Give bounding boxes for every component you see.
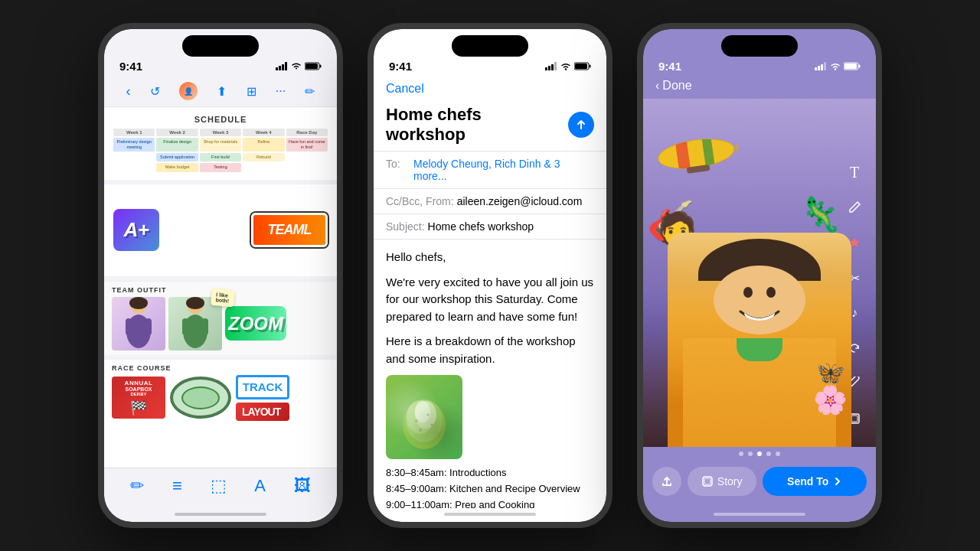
- svg-point-33: [431, 424, 433, 426]
- face: [714, 266, 805, 334]
- race-section: RACE COURSE ANNUAL SOAPBOX DERBY 🏁 TRACK…: [104, 360, 337, 425]
- svg-rect-9: [126, 318, 132, 335]
- mail-subject-row: Home chefs workshop: [374, 99, 606, 152]
- schedule-cell-11: [113, 163, 155, 171]
- dot-4[interactable]: [766, 452, 771, 456]
- schedule-cell-8: First build: [200, 153, 241, 161]
- schedule-cell-6: [113, 153, 155, 161]
- subject-label: Subject:: [386, 220, 425, 233]
- phone-3-screen: 9:41: [643, 29, 876, 522]
- battery-icon-1: [305, 62, 322, 70]
- done-button[interactable]: ‹ Done: [655, 79, 692, 93]
- schedule-cell-12: Make budget: [156, 163, 198, 171]
- notes-content: SCHEDULE Week 1 Week 2 Week 3 Week 4 Rac…: [104, 107, 337, 468]
- phone-3: 9:41: [637, 23, 882, 528]
- smile-icon: [721, 266, 798, 334]
- schedule-cell-9: Rebuild: [243, 153, 284, 161]
- schedule-cell-1: Preliminary design meeting: [113, 138, 155, 152]
- greeting: Hello chefs,: [386, 249, 594, 266]
- schedule-cell-5: Have fun and come in first!: [286, 138, 328, 152]
- svg-point-27: [403, 400, 446, 449]
- send-button[interactable]: [568, 112, 594, 138]
- wifi-icon-2: [560, 62, 571, 70]
- schedule-cell-2: Finalize design: [156, 138, 198, 152]
- tab-layers[interactable]: ⬚: [211, 476, 227, 496]
- battery-icon-2: [574, 62, 591, 70]
- back-icon[interactable]: ‹: [126, 83, 131, 99]
- schedule-title: SCHEDULE: [113, 115, 328, 124]
- tab-photo[interactable]: 🖼: [294, 476, 311, 496]
- wifi-icon-1: [291, 62, 302, 70]
- story-canvas: T ★ ✂ ♪: [643, 99, 876, 447]
- sticker-area: A+ TEAML: [104, 184, 337, 276]
- send-to-label: Send To: [787, 475, 828, 487]
- wifi-icon-3: [830, 62, 841, 70]
- share-story-button[interactable]: [652, 467, 681, 496]
- svg-rect-26: [575, 64, 587, 69]
- text-tool[interactable]: T: [842, 160, 867, 184]
- to-value[interactable]: Melody Cheung, Rich Dinh & 3 more...: [413, 158, 594, 182]
- time-2: 9:41: [389, 60, 412, 73]
- svg-rect-22: [554, 62, 557, 70]
- grid-icon[interactable]: ⊞: [247, 84, 256, 99]
- cc-value[interactable]: aileen.zeigen@icloud.com: [457, 195, 594, 207]
- story-dots: [643, 447, 876, 461]
- team-section: TEAM OUTFIT: [104, 281, 337, 355]
- story-button[interactable]: Story: [688, 467, 756, 496]
- send-to-button[interactable]: Send To: [763, 467, 867, 496]
- phone-1: 9:41: [98, 23, 343, 528]
- schedule-cell-15: [286, 163, 328, 171]
- edit-icon[interactable]: ✏: [305, 84, 315, 99]
- soapbox-card: ANNUAL SOAPBOX DERBY 🏁: [112, 377, 165, 419]
- schedule-items: 8:30–8:45am: Introductions 8:45–9:00am: …: [386, 465, 594, 508]
- home-indicator-2: [444, 513, 536, 516]
- more-icon[interactable]: ···: [276, 84, 286, 98]
- signal-icon-3: [815, 62, 827, 70]
- food-svg: [394, 383, 455, 452]
- to-label: To:: [386, 158, 410, 170]
- team-img-1: [112, 297, 165, 350]
- sticker-teaml: TEAML: [251, 213, 328, 247]
- zoom-sticker: ZOOM: [225, 306, 286, 341]
- signal-icon-1: [276, 62, 288, 70]
- note-card: I likeboth!: [211, 288, 234, 306]
- dot-3[interactable]: [757, 452, 762, 456]
- sticker-aplus: A+: [113, 209, 159, 251]
- story-frame-icon: [702, 476, 713, 487]
- svg-rect-16: [202, 318, 208, 335]
- svg-rect-15: [182, 318, 188, 335]
- history-icon[interactable]: ↺: [150, 84, 160, 99]
- schedule-item-3: 9:00–11:00am: Prep and Cooking: [386, 497, 594, 508]
- collar: [737, 338, 782, 361]
- share-icon[interactable]: ⬆: [217, 84, 227, 99]
- subject-field-value[interactable]: Home chefs workshop: [428, 220, 594, 233]
- tab-text[interactable]: A: [254, 476, 266, 496]
- dot-1[interactable]: [739, 452, 743, 456]
- svg-rect-58: [704, 478, 710, 484]
- phone-2-screen: 9:41: [374, 29, 606, 522]
- track-sticker: TRACK: [236, 375, 289, 399]
- svg-rect-37: [818, 66, 820, 70]
- mail-body: Hello chefs, We're very excited to have …: [374, 240, 606, 508]
- tab-list[interactable]: ≡: [172, 476, 182, 496]
- svg-point-35: [427, 414, 430, 416]
- dot-2[interactable]: [748, 452, 753, 456]
- chevron-right-icon: [833, 477, 842, 486]
- avatar: 👤: [179, 82, 198, 100]
- svg-rect-43: [844, 64, 857, 69]
- race-images: ANNUAL SOAPBOX DERBY 🏁 TRACK LAYOUT: [112, 375, 329, 421]
- svg-point-34: [419, 429, 422, 432]
- pencil-icon: [848, 201, 861, 214]
- dot-5[interactable]: [776, 452, 780, 456]
- svg-rect-21: [551, 64, 554, 70]
- battery-icon-3: [844, 62, 861, 70]
- svg-rect-3: [285, 62, 287, 70]
- upload-icon: [661, 475, 673, 487]
- tab-pencil[interactable]: ✏: [130, 476, 144, 496]
- flower-sticker[interactable]: 🌸: [813, 384, 848, 416]
- signal-icon-2: [545, 62, 557, 70]
- draw-tool[interactable]: [842, 195, 867, 220]
- cancel-button[interactable]: Cancel: [386, 82, 424, 95]
- svg-rect-5: [320, 65, 322, 68]
- time-1: 9:41: [119, 60, 142, 73]
